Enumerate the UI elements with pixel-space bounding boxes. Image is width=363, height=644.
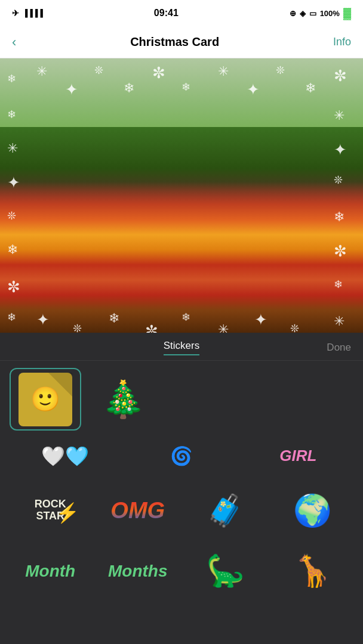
christmas-tree-visual: 🎄 <box>101 378 146 420</box>
sticky-note-visual: 🙂 <box>19 373 72 426</box>
sticker-row-4: Month Months 🦕 🦒 <box>0 549 363 596</box>
compass-icon: ◈ <box>300 9 306 18</box>
abstract-sticker[interactable]: 🌀 <box>126 436 236 475</box>
suitcase-sticker[interactable]: 🧳 <box>184 478 266 543</box>
status-time: 09:41 <box>154 8 179 18</box>
photo-background <box>0 58 363 333</box>
girl-sticker[interactable]: GIRL <box>243 436 353 475</box>
girl-text-visual: GIRL <box>279 447 316 465</box>
battery-icon: ▓ <box>343 7 351 20</box>
location-icon: ⊕ <box>290 9 296 18</box>
nav-bar: ‹ Christmas Card Info <box>0 26 363 58</box>
bottom-panel: Stickers Done 🙂 🎄 🤍🩵 🌀 GIRL ⚡ ROCKSTA <box>0 333 363 644</box>
sticky-note-sticker[interactable]: 🙂 <box>10 368 81 431</box>
one-sticker[interactable]: 🦒 <box>272 552 354 590</box>
hearts-visual: 🤍🩵 <box>41 445 89 467</box>
status-right: ⊕ ◈ ▭ 100% ▓ <box>290 7 351 20</box>
omg-visual: OMG <box>110 498 165 524</box>
back-button[interactable]: ‹ <box>12 35 16 50</box>
airplay-icon: ▭ <box>309 9 316 18</box>
globe-sticker[interactable]: 🌍 <box>272 478 354 543</box>
hearts-sticker[interactable]: 🤍🩵 <box>10 436 120 475</box>
months-visual: Months <box>108 562 168 581</box>
stickers-tab[interactable]: Stickers <box>164 340 199 355</box>
suitcase-visual: 🧳 <box>206 493 245 529</box>
page-title: Christmas Card <box>130 35 219 49</box>
globe-visual: 🌍 <box>293 493 332 529</box>
zero-visual: 🦕 <box>206 553 245 589</box>
month-visual: Month <box>25 562 75 581</box>
tab-bar: Stickers Done <box>0 333 363 361</box>
sticker-row-2: 🤍🩵 🌀 GIRL <box>0 436 363 478</box>
flower-layer <box>0 182 363 333</box>
done-button[interactable]: Done <box>327 342 351 354</box>
info-button[interactable]: Info <box>333 36 351 48</box>
christmas-tree-sticker[interactable]: 🎄 <box>87 368 159 431</box>
rockstar-sticker[interactable]: ⚡ ROCKSTAR <box>10 478 91 543</box>
sticker-row-3: ⚡ ROCKSTAR OMG 🧳 🌍 <box>0 478 363 549</box>
photo-canvas[interactable]: ❄✳✦❊❄✼❄✳✦❊❄✼❄✳✦❊❄✼❄✳✦❊❄✼❄✳✦❊❄✼❄✳✦❊ <box>0 58 363 333</box>
zero-sticker[interactable]: 🦕 <box>184 552 266 590</box>
omg-sticker[interactable]: OMG <box>97 478 179 543</box>
airplane-icon: ✈ <box>12 8 19 18</box>
rockstar-visual: ⚡ ROCKSTAR <box>35 499 66 522</box>
battery-percent: 100% <box>320 9 340 18</box>
month-sticker[interactable]: Month <box>10 552 91 590</box>
status-left: ✈ ▐▐▐▐ <box>12 8 43 18</box>
one-visual: 🦒 <box>293 553 332 589</box>
status-bar: ✈ ▐▐▐▐ 09:41 ⊕ ◈ ▭ 100% ▓ <box>0 0 363 26</box>
selected-stickers-row: 🙂 🎄 <box>0 361 363 436</box>
abstract-visual: 🌀 <box>170 445 192 466</box>
signal-bars: ▐▐▐▐ <box>23 9 43 17</box>
months-sticker[interactable]: Months <box>97 552 179 590</box>
